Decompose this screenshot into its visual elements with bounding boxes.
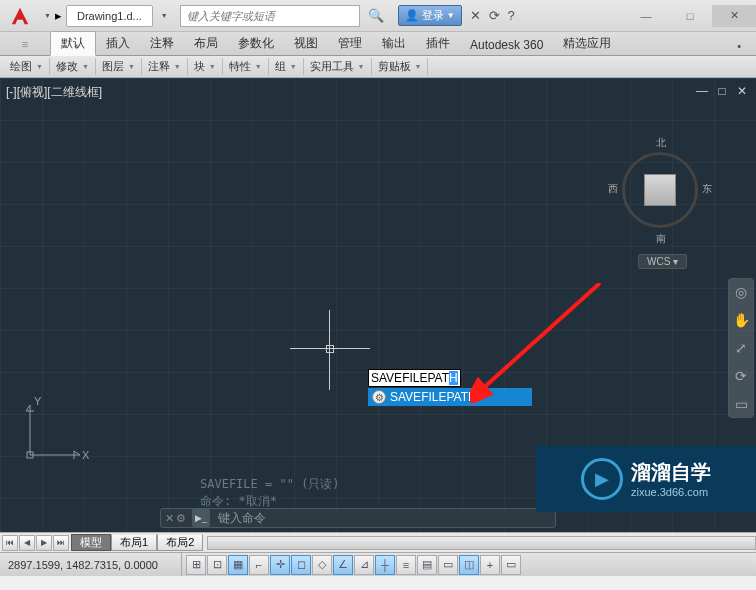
selection-cycling-icon[interactable]: ◫ (459, 555, 479, 575)
panel-draw[interactable]: 绘图▼ (4, 58, 50, 75)
window-close-button[interactable]: ✕ (712, 5, 756, 27)
command-history: SAVEFILE = "" (只读) 命令: *取消* (200, 476, 340, 510)
osnap-3d-icon[interactable]: ◇ (312, 555, 332, 575)
ribbon-tabs: ≡ 默认 插入 注释 布局 参数化 视图 管理 输出 插件 Autodesk 3… (0, 32, 756, 56)
watermark-url: zixue.3d66.com (631, 485, 711, 499)
viewcube-south[interactable]: 南 (656, 232, 666, 246)
cmdline-prompt-icon[interactable]: ▶_ (192, 509, 210, 527)
tab-parametric[interactable]: 参数化 (228, 32, 284, 55)
qat-overflow-icon[interactable]: ≡ (0, 32, 50, 55)
tab-model[interactable]: 模型 (71, 534, 111, 551)
cmdline-options-icon[interactable]: ⚙ (176, 512, 186, 525)
gear-icon: ⚙ (372, 390, 386, 404)
layout-prev-button[interactable]: ◀ (19, 535, 35, 551)
tab-insert[interactable]: 插入 (96, 32, 140, 55)
app-menu-arrow-icon[interactable]: ▼ (40, 12, 55, 19)
command-line[interactable]: ✕ ⚙ ▶_ 键入命令 (160, 508, 556, 528)
ribbon-help-button[interactable]: • (730, 37, 748, 55)
zoom-extents-icon[interactable]: ⤢ (732, 339, 750, 357)
viewport-close-button[interactable]: ✕ (734, 84, 750, 98)
tab-output[interactable]: 输出 (372, 32, 416, 55)
panel-utilities[interactable]: 实用工具▼ (304, 58, 372, 75)
lineweight-icon[interactable]: ≡ (396, 555, 416, 575)
polar-tracking-icon[interactable]: ✛ (270, 555, 290, 575)
panel-groups[interactable]: 组▼ (269, 58, 304, 75)
help-icon[interactable]: ? (508, 8, 515, 23)
viewcube-west[interactable]: 西 (608, 182, 618, 196)
svg-text:X: X (82, 449, 90, 461)
ribbon-panels: 绘图▼ 修改▼ 图层▼ 注释▼ 块▼ 特性▼ 组▼ 实用工具▼ 剪贴板▼ (0, 56, 756, 78)
cmdline-close-icon[interactable]: ✕ (165, 512, 174, 525)
svg-line-0 (480, 283, 600, 391)
viewcube-top-face[interactable] (644, 174, 676, 206)
dynamic-ucs-icon[interactable]: ⊿ (354, 555, 374, 575)
person-icon: 👤 (405, 9, 419, 22)
viewcube-north[interactable]: 北 (656, 136, 666, 150)
snap-mode-icon[interactable]: ⊡ (207, 555, 227, 575)
window-minimize-button[interactable]: — (624, 5, 668, 27)
tab-view[interactable]: 视图 (284, 32, 328, 55)
panel-modify[interactable]: 修改▼ (50, 58, 96, 75)
pan-icon[interactable]: ✋ (732, 311, 750, 329)
watermark-title: 溜溜自学 (631, 459, 711, 485)
svg-text:Y: Y (34, 395, 42, 407)
showmotion-icon[interactable]: ▭ (732, 395, 750, 413)
filename-tab[interactable]: Drawing1.d... (66, 5, 153, 27)
autocad-logo-icon[interactable] (0, 0, 40, 32)
qat-btn-icon[interactable]: ▸ (55, 8, 62, 23)
cmdline-placeholder: 键入命令 (212, 510, 266, 527)
tab-manage[interactable]: 管理 (328, 32, 372, 55)
viewcube-east[interactable]: 东 (702, 182, 712, 196)
infer-constraints-icon[interactable]: ⊞ (186, 555, 206, 575)
dynamic-input-box[interactable]: SAVEFILEPATH (368, 369, 461, 387)
ortho-mode-icon[interactable]: ⌐ (249, 555, 269, 575)
layout-next-button[interactable]: ▶ (36, 535, 52, 551)
tab-featured[interactable]: 精选应用 (553, 32, 621, 55)
sign-in-button[interactable]: 👤 登录 ▼ (398, 5, 462, 26)
dynamic-input-cursor: H (449, 371, 458, 385)
layout-first-button[interactable]: ⏮ (2, 535, 18, 551)
wcs-dropdown[interactable]: WCS ▾ (638, 254, 687, 269)
tab-layout1[interactable]: 布局1 (111, 534, 157, 551)
tab-plugins[interactable]: 插件 (416, 32, 460, 55)
tab-layout[interactable]: 布局 (184, 32, 228, 55)
help-search-input[interactable] (180, 5, 360, 27)
dynamic-input-icon[interactable]: ┼ (375, 555, 395, 575)
tab-layout2[interactable]: 布局2 (157, 534, 203, 551)
viewport-minimize-button[interactable]: — (694, 84, 710, 98)
nav-wheel-icon[interactable]: ◎ (732, 283, 750, 301)
binoculars-icon[interactable]: 🔍 (368, 8, 384, 23)
tab-annotate[interactable]: 注释 (140, 32, 184, 55)
panel-layers[interactable]: 图层▼ (96, 58, 142, 75)
quick-properties-icon[interactable]: ▭ (438, 555, 458, 575)
layout-last-button[interactable]: ⏭ (53, 535, 69, 551)
orbit-icon[interactable]: ⟳ (732, 367, 750, 385)
viewcube[interactable]: 北 南 东 西 WCS ▾ (608, 130, 718, 260)
object-snap-tracking-icon[interactable]: ∠ (333, 555, 353, 575)
viewport-label[interactable]: [-][俯视][二维线框] (6, 84, 102, 101)
status-bar: 2897.1599, 1482.7315, 0.0000 ⊞ ⊡ ▦ ⌐ ✛ ◻… (0, 552, 756, 576)
panel-properties[interactable]: 特性▼ (223, 58, 269, 75)
window-maximize-button[interactable]: □ (668, 5, 712, 27)
panel-block[interactable]: 块▼ (188, 58, 223, 75)
object-snap-icon[interactable]: ◻ (291, 555, 311, 575)
status-coordinates[interactable]: 2897.1599, 1482.7315, 0.0000 (2, 553, 182, 576)
transparency-icon[interactable]: ▤ (417, 555, 437, 575)
watermark: ▶ 溜溜自学 zixue.3d66.com (536, 446, 756, 512)
panel-annotation[interactable]: 注释▼ (142, 58, 188, 75)
file-menu-arrow-icon[interactable]: ▼ (157, 12, 172, 19)
tab-default[interactable]: 默认 (50, 31, 96, 56)
annotation-monitor-icon[interactable]: + (480, 555, 500, 575)
model-space-icon[interactable]: ▭ (501, 555, 521, 575)
autocomplete-text: SAVEFILEPATH (390, 390, 477, 404)
viewport-maximize-button[interactable]: □ (714, 84, 730, 98)
drawing-area[interactable]: [-][俯视][二维线框] — □ ✕ SAVEFILEPATH ⚙ SAVEF… (0, 78, 756, 532)
tab-autodesk360[interactable]: Autodesk 360 (460, 35, 553, 55)
exchange-x-icon[interactable]: ✕ (470, 8, 481, 23)
grid-display-icon[interactable]: ▦ (228, 555, 248, 575)
panel-clipboard[interactable]: 剪贴板▼ (372, 58, 429, 75)
history-line: SAVEFILE = "" (只读) (200, 476, 340, 493)
cloud-icon[interactable]: ⟳ (489, 8, 500, 23)
play-icon: ▶ (581, 458, 623, 500)
layout-scroll-track[interactable] (207, 536, 756, 550)
